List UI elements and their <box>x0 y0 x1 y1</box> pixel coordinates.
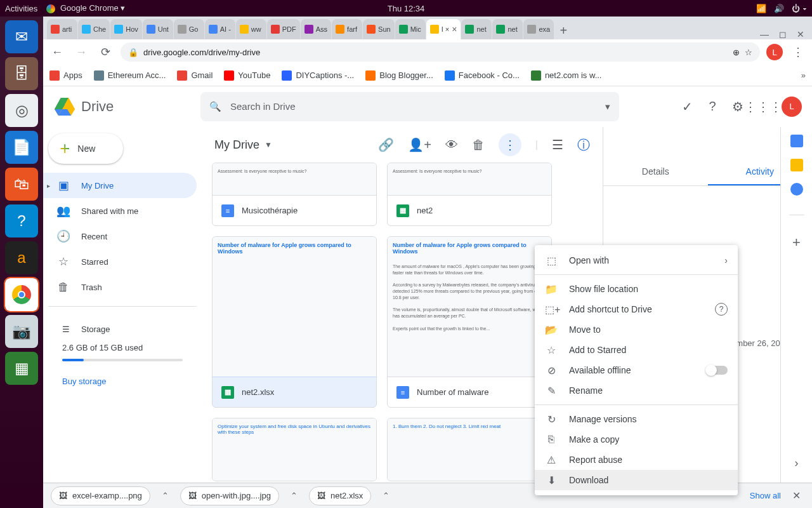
maximize-icon[interactable]: ◻ <box>779 29 787 39</box>
bookmark-item[interactable]: YouTube <box>224 70 270 81</box>
browser-tab[interactable]: arti <box>47 19 77 39</box>
activities-label[interactable]: Activities <box>5 4 37 13</box>
browser-tab[interactable]: net <box>461 19 492 39</box>
browser-tab[interactable]: Unt <box>143 19 173 39</box>
browser-tab[interactable]: AI - <box>205 19 235 39</box>
launcher-files[interactable]: 🗄 <box>5 57 38 90</box>
menu-add-to-starred[interactable]: ☆Add to Starred <box>535 340 738 360</box>
file-card[interactable]: Assessment: Is everyone receptive to mus… <box>212 163 377 226</box>
browser-tab[interactable]: Sun <box>363 19 395 39</box>
browser-tab[interactable]: Mic <box>395 19 426 39</box>
expand-icon[interactable]: ▸ <box>47 182 50 189</box>
browser-tab[interactable]: farf <box>332 19 362 39</box>
file-card[interactable]: Number of malware for Apple grows compar… <box>387 236 552 408</box>
minimize-icon[interactable]: — <box>760 29 769 39</box>
file-card[interactable]: 1. Burn them 2. Do not neglect 3. Limit … <box>387 418 552 481</box>
location-breadcrumb[interactable]: My Drive▼ <box>214 138 272 152</box>
sidebar-item-recent[interactable]: 🕘Recent <box>43 224 197 249</box>
launcher-calc[interactable]: ▦ <box>5 352 38 385</box>
file-card[interactable]: Assessment: Is everyone receptive to mus… <box>387 163 552 226</box>
reload-button[interactable]: ⟳ <box>96 43 114 61</box>
view-details-icon[interactable]: ⓘ <box>577 137 590 154</box>
clock[interactable]: Thu 12:34 <box>388 4 425 13</box>
search-dropdown-icon[interactable]: ▾ <box>605 101 610 112</box>
tab-close-icon[interactable]: × <box>452 24 457 34</box>
share-icon[interactable]: 👤+ <box>408 137 431 152</box>
browser-tab[interactable]: ww <box>236 19 266 39</box>
back-button[interactable]: ← <box>48 43 66 61</box>
sidebar-item-shared-with-me[interactable]: 👥Shared with me <box>43 198 197 224</box>
buy-storage-link[interactable]: Buy storage <box>48 368 197 395</box>
sidebar-item-starred[interactable]: ☆Starred <box>43 249 197 274</box>
launcher-software[interactable]: 🛍 <box>5 168 38 201</box>
toggle-switch[interactable] <box>706 366 728 375</box>
bookmark-item[interactable]: Gmail <box>177 70 213 81</box>
close-downloads-icon[interactable]: ✕ <box>789 490 804 502</box>
volume-icon[interactable]: 🔊 <box>774 4 784 13</box>
account-avatar[interactable]: L <box>782 97 802 117</box>
download-menu-icon[interactable]: ⌃ <box>158 491 173 500</box>
launcher-screenshot[interactable]: 📷 <box>5 315 38 348</box>
support-icon[interactable]: ? <box>705 100 719 114</box>
download-item[interactable]: 🖼open-with.jpg....jpg <box>180 486 279 505</box>
bookmark-item[interactable]: Facebook - Co... <box>445 70 520 81</box>
launcher-chrome[interactable] <box>5 278 38 311</box>
menu-manage-versions[interactable]: ↻Manage versions <box>535 409 738 429</box>
menu-show-file-location[interactable]: 📁Show file location <box>535 279 738 299</box>
launcher-rhythmbox[interactable]: ◎ <box>5 94 38 127</box>
menu-move-to[interactable]: 📂Move to <box>535 319 738 340</box>
file-card[interactable]: Number of malware for Apple grows compar… <box>212 236 377 408</box>
bookmark-item[interactable]: DIYCaptions -... <box>282 70 354 81</box>
browser-tab[interactable]: Go <box>174 19 204 39</box>
browser-tab[interactable]: Hov <box>110 19 142 39</box>
app-menu[interactable]: Google Chrome ▾ <box>46 3 125 13</box>
new-tab-button[interactable]: + <box>554 22 572 39</box>
bookmark-item[interactable]: Ethereum Acc... <box>94 70 166 81</box>
menu-report-abuse[interactable]: ⚠Report abuse <box>535 450 738 470</box>
download-item[interactable]: 🖼net2.xlsx <box>309 486 371 505</box>
hide-sidepanel-icon[interactable]: › <box>795 457 799 470</box>
menu-available-offline[interactable]: ⊘Available offline <box>535 360 738 380</box>
preview-icon[interactable]: 👁 <box>445 138 458 152</box>
settings-gear-icon[interactable]: ⚙ <box>731 100 745 114</box>
browser-tab[interactable]: PDF <box>267 19 300 39</box>
menu-add-shortcut-to-drive[interactable]: ⬚+Add shortcut to Drive? <box>535 299 738 319</box>
sidebar-item-trash[interactable]: 🗑Trash <box>43 274 197 300</box>
close-window-icon[interactable]: ✕ <box>797 29 804 39</box>
menu-rename[interactable]: ✎Rename <box>535 380 738 401</box>
calendar-icon[interactable] <box>790 135 803 147</box>
file-card[interactable]: Optimize your system and free disk space… <box>212 418 377 481</box>
menu-make-a-copy[interactable]: ⎘Make a copy <box>535 429 738 450</box>
address-bar[interactable]: 🔒 drive.google.com/drive/my-drive ⊕ ☆ <box>121 43 760 62</box>
bookmarks-overflow[interactable]: » <box>801 70 806 80</box>
browser-tab[interactable]: Che <box>78 19 110 39</box>
menu-download[interactable]: ⬇Download <box>535 470 738 490</box>
help-icon[interactable]: ? <box>715 303 728 316</box>
browser-tab[interactable]: I ×× <box>426 19 461 39</box>
drive-logo[interactable]: Drive <box>53 95 193 118</box>
get-link-icon[interactable]: 🔗 <box>378 137 394 152</box>
download-item[interactable]: 🖼excel-examp....png <box>51 486 150 505</box>
tab-details[interactable]: Details <box>603 159 708 185</box>
star-icon[interactable]: ☆ <box>745 48 752 57</box>
ready-offline-icon[interactable]: ✓ <box>680 100 694 114</box>
show-all-downloads[interactable]: Show all <box>750 491 781 500</box>
download-menu-icon[interactable]: ⌃ <box>379 491 393 500</box>
apps-grid-icon[interactable]: ⋮⋮⋮ <box>756 100 770 114</box>
download-menu-icon[interactable]: ⌃ <box>287 491 301 500</box>
browser-tab[interactable]: net <box>492 19 523 39</box>
more-actions-icon[interactable]: ⋮ <box>499 133 521 156</box>
addons-plus-icon[interactable]: + <box>792 234 801 251</box>
bookmark-item[interactable]: Blog Blogger... <box>365 70 433 81</box>
launcher-thunderbird[interactable]: ✉ <box>5 20 38 53</box>
launcher-help[interactable]: ? <box>5 204 38 237</box>
drive-search[interactable]: 🔍 Search in Drive ▾ <box>200 92 619 121</box>
browser-tab[interactable]: exa <box>523 19 554 39</box>
launcher-writer[interactable]: 📄 <box>5 131 38 164</box>
sidebar-item-my-drive[interactable]: ▸▣My Drive <box>43 173 197 198</box>
list-view-icon[interactable]: ☰ <box>552 137 563 152</box>
browser-tab[interactable]: Ass <box>301 19 331 39</box>
tasks-icon[interactable] <box>790 183 803 196</box>
menu-open-with[interactable]: ⬚Open with› <box>535 250 738 271</box>
keep-icon[interactable] <box>790 159 803 171</box>
